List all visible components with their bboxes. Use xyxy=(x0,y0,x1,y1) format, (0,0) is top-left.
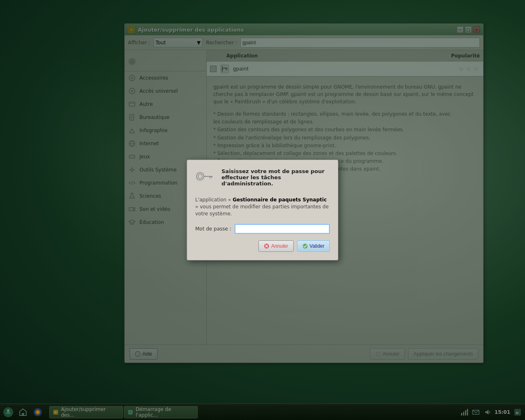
auth-warning: L'application « Gestionnaire de paquets … xyxy=(195,196,330,217)
auth-field: Mot de passe : xyxy=(195,224,330,234)
password-input[interactable] xyxy=(235,224,330,234)
svg-point-30 xyxy=(196,173,204,180)
svg-point-38 xyxy=(303,244,308,249)
key-icon xyxy=(195,170,215,183)
validate-check-icon xyxy=(302,243,308,249)
cancel-x-icon xyxy=(264,243,269,249)
svg-point-31 xyxy=(198,174,202,178)
auth-buttons: Annuler Valider xyxy=(195,240,330,252)
auth-cancel-button[interactable]: Annuler xyxy=(258,240,293,252)
password-label: Mot de passe : xyxy=(195,226,231,232)
auth-header: Saisissez votre mot de passe pour effect… xyxy=(195,168,330,190)
auth-title: Saisissez votre mot de passe pour effect… xyxy=(221,168,330,187)
modal-overlay: Saisissez votre mot de passe pour effect… xyxy=(0,0,525,420)
auth-dialog: Saisissez votre mot de passe pour effect… xyxy=(187,160,338,260)
auth-validate-button[interactable]: Valider xyxy=(297,240,330,252)
desktop: + Ajouter/supprimer des applications − □… xyxy=(0,0,525,420)
